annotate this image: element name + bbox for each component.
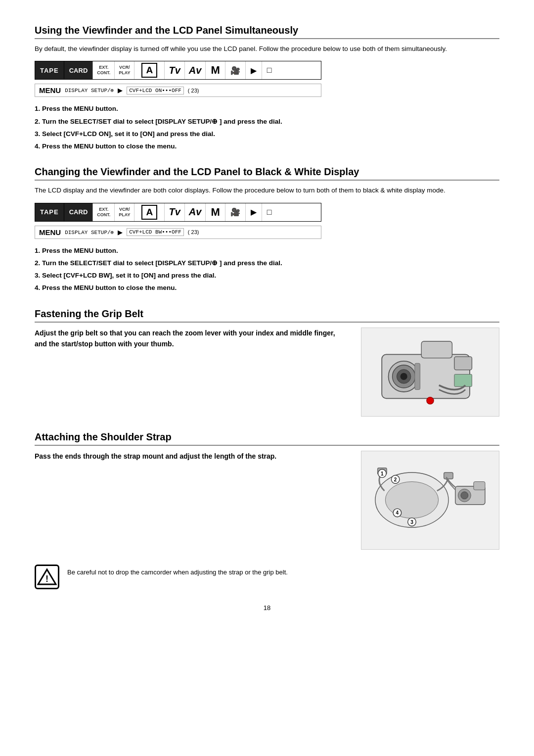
camera-icon-cell-1: 🎥 — [225, 61, 246, 79]
section-viewfinder-lcd: Using the Viewfinder and the LCD Panel S… — [35, 25, 499, 151]
card-cell-1: CARD — [64, 61, 93, 79]
step-1-1: 1. Press the MENU button. — [35, 104, 499, 114]
intro-text-2: The LCD display and the viewfinder are b… — [35, 186, 499, 195]
step-1-2: 2. Turn the SELECT/SET dial to select [D… — [35, 117, 499, 127]
rect-icon-1: □ — [267, 66, 272, 75]
card-cell-2: CARD — [64, 203, 93, 221]
page-number: 18 — [35, 604, 499, 612]
warning-text: Be careful not to drop the camcorder whe… — [67, 565, 288, 578]
menu-setup-2: DISPLAY SETUP/⊕ — [65, 229, 114, 236]
grip-belt-text-block: Adjust the grip belt so that you can rea… — [35, 328, 346, 350]
strap-svg: 1 2 3 4 — [366, 454, 494, 546]
step-1-4: 4. Press the MENU button to close the me… — [35, 142, 499, 151]
vcr-play-cell-2: VCR/ PLAY — [115, 203, 134, 221]
section-grip-belt: Fastening the Grip Belt Adjust the grip … — [35, 308, 499, 417]
menu-label-2: MENU — [39, 228, 61, 236]
exclamation-icon: ! — [37, 567, 57, 587]
menu-arrow-1: ▶ — [118, 87, 123, 94]
svg-text:2: 2 — [394, 477, 397, 482]
strap-illustration: 1 2 3 4 — [361, 451, 499, 550]
rect-icon-cell-2: □ — [262, 203, 277, 221]
step-2-1: 1. Press the MENU button. — [35, 246, 499, 256]
a-cell-1: A — [134, 61, 165, 79]
a-cell-2: A — [134, 203, 165, 221]
step-2-2: 2. Turn the SELECT/SET dial to select [D… — [35, 258, 499, 268]
svg-text:!: ! — [45, 574, 48, 584]
av-cell-1: Av — [185, 61, 206, 79]
play-icon-1: ▶ — [251, 66, 257, 75]
svg-rect-7 — [421, 341, 452, 358]
mode-bar-2: TAPE CARD EXT. CONT. VCR/ PLAY A Tv Av M… — [35, 203, 321, 222]
shoulder-strap-text: Pass the ends through the strap mount an… — [35, 451, 346, 462]
section-bw-display: Changing the Viewfinder and the LCD Pane… — [35, 166, 499, 293]
ext-cont-cell-2: EXT. CONT. — [93, 203, 115, 221]
tape-cell-1: TAPE — [35, 61, 64, 79]
section-title-1: Using the Viewfinder and the LCD Panel S… — [35, 25, 499, 39]
grip-belt-title: Fastening the Grip Belt — [35, 308, 499, 323]
play-icon-cell-2: ▶ — [246, 203, 262, 221]
grip-belt-text: Adjust the grip belt so that you can rea… — [35, 328, 346, 350]
steps-1: 1. Press the MENU button. 2. Turn the SE… — [35, 104, 499, 151]
camera-icon-cell-2: 🎥 — [225, 203, 246, 221]
svg-point-24 — [461, 492, 468, 499]
tape-cell-2: TAPE — [35, 203, 64, 221]
camera-illustration — [361, 328, 499, 417]
svg-rect-6 — [454, 374, 472, 386]
svg-text:4: 4 — [396, 510, 399, 516]
section-title-2: Changing the Viewfinder and the LCD Pane… — [35, 166, 499, 181]
warning-row: ! Be careful not to drop the camcorder w… — [35, 565, 499, 589]
svg-text:3: 3 — [410, 520, 413, 525]
menu-label-1: MENU — [39, 86, 61, 94]
camera-icon-1: 🎥 — [230, 66, 240, 75]
page-ref-2: ( 23) — [188, 229, 199, 235]
menu-box-1: MENU DISPLAY SETUP/⊕ ▶ CVF+LCD ON•••OFF … — [35, 84, 321, 97]
shoulder-strap-text-block: Pass the ends through the strap mount an… — [35, 451, 346, 462]
grip-belt-content: Adjust the grip belt so that you can rea… — [35, 328, 499, 417]
rect-icon-2: □ — [267, 208, 272, 217]
page-ref-1: ( 23) — [188, 88, 199, 94]
play-icon-cell-1: ▶ — [246, 61, 262, 79]
svg-rect-9 — [415, 363, 420, 389]
menu-box-2: MENU DISPLAY SETUP/⊕ ▶ CVF+LCD BW•••OFF … — [35, 226, 321, 239]
svg-rect-5 — [454, 356, 472, 370]
intro-text-1: By default, the viewfinder display is tu… — [35, 44, 499, 54]
cvf-text-1: CVF+LCD ON•••OFF — [127, 87, 184, 94]
svg-rect-13 — [444, 472, 453, 479]
m-cell-1: M — [206, 61, 225, 79]
step-2-3: 3. Select [CVF+LCD BW], set it to [ON] a… — [35, 271, 499, 281]
cvf-text-2: CVF+LCD BW•••OFF — [127, 228, 184, 236]
ext-cont-cell-1: EXT. CONT. — [93, 61, 115, 79]
mode-bar-1: TAPE CARD EXT. CONT. VCR/ PLAY A Tv Av M… — [35, 61, 321, 80]
svg-point-4 — [400, 373, 407, 379]
camera-icon-2: 🎥 — [230, 207, 240, 217]
menu-setup-1: DISPLAY SETUP/⊕ — [65, 87, 114, 94]
menu-arrow-2: ▶ — [118, 229, 123, 236]
tv-cell-1: Tv — [165, 61, 184, 79]
warning-icon: ! — [35, 565, 59, 589]
av-cell-2: Av — [185, 203, 206, 221]
m-cell-2: M — [206, 203, 225, 221]
svg-text:1: 1 — [381, 471, 384, 476]
steps-2: 1. Press the MENU button. 2. Turn the SE… — [35, 246, 499, 293]
step-1-3: 3. Select [CVF+LCD ON], set it to [ON] a… — [35, 129, 499, 139]
rect-icon-cell-1: □ — [262, 61, 277, 79]
shoulder-strap-content: Pass the ends through the strap mount an… — [35, 451, 499, 550]
shoulder-strap-title: Attaching the Shoulder Strap — [35, 431, 499, 446]
section-shoulder-strap: Attaching the Shoulder Strap Pass the en… — [35, 431, 499, 550]
step-2-4: 4. Press the MENU button to close the me… — [35, 283, 499, 293]
grip-belt-svg — [366, 332, 494, 412]
vcr-play-cell-1: VCR/ PLAY — [115, 61, 134, 79]
play-icon-2: ▶ — [251, 207, 257, 217]
tv-cell-2: Tv — [165, 203, 184, 221]
svg-point-8 — [427, 397, 434, 404]
svg-rect-25 — [474, 482, 485, 490]
